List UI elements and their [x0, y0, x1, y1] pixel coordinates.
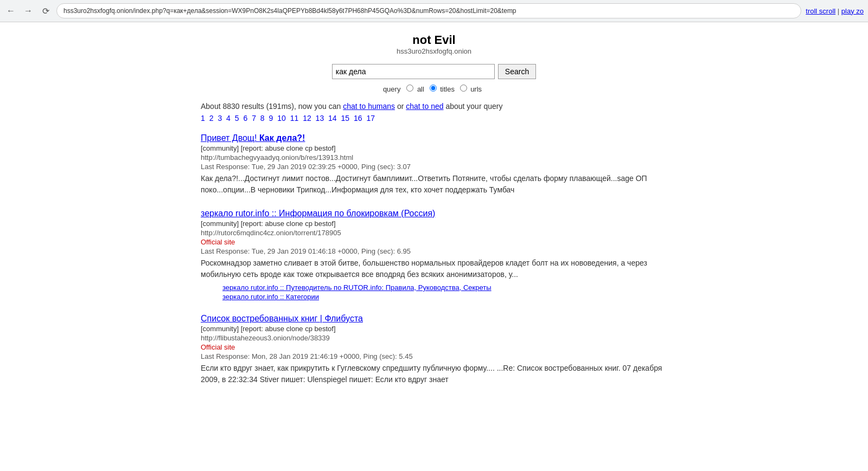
option-all-text: all [417, 85, 424, 93]
page-link-14[interactable]: 14 [328, 114, 337, 122]
result-item: зеркало rutor.info :: Информация по блок… [201, 209, 667, 301]
page-content: not Evil hss3uro2hsxfogfq.onion Search q… [190, 22, 678, 409]
option-titles-text: titles [440, 85, 455, 93]
page-link-10[interactable]: 10 [277, 114, 286, 122]
result-snippet: Как дела?!...Достигнут лимит постов...До… [201, 173, 667, 196]
result-ping: Last Response: Tue, 29 Jan 2019 02:39:25… [201, 163, 667, 171]
search-form: Search [332, 64, 536, 79]
results-suffix: about your query [444, 102, 503, 111]
result-title: Привет Двощ! Как дела?! [201, 133, 667, 143]
option-urls-radio[interactable] [460, 85, 467, 92]
result-item: Привет Двощ! Как дела?! [community] [rep… [201, 133, 667, 196]
page-link-16[interactable]: 16 [354, 114, 362, 122]
reload-button[interactable]: ⟳ [39, 4, 52, 17]
option-urls-label[interactable]: urls [460, 85, 482, 93]
page-link-13[interactable]: 13 [316, 114, 324, 122]
page-link-15[interactable]: 15 [341, 114, 350, 122]
page-link-11[interactable]: 11 [290, 114, 299, 122]
page-link-3[interactable]: 3 [218, 114, 222, 122]
page-link-7[interactable]: 7 [252, 114, 256, 122]
page-link-1[interactable]: 1 [201, 114, 205, 122]
result-title-link[interactable]: зеркало rutor.info :: Информация по блок… [201, 209, 435, 218]
sub-link-1[interactable]: зеркало rutor.info :: Путеводитель по RU… [222, 283, 667, 292]
browser-chrome: ← → ⟳ troll scroll | play zo [0, 0, 868, 22]
search-button[interactable]: Search [498, 64, 536, 79]
option-titles-radio[interactable] [430, 85, 437, 92]
search-options: query all titles urls [201, 85, 667, 93]
option-all-radio[interactable] [406, 85, 413, 92]
page-link-12[interactable]: 12 [303, 114, 311, 122]
forward-button[interactable]: → [22, 4, 35, 17]
result-title: зеркало rutor.info :: Информация по блок… [201, 209, 667, 218]
result-url: http://flibustahezeous3.onion/node/38339 [201, 334, 667, 342]
sub-link-2[interactable]: зеркало rutor.info :: Категории [222, 293, 667, 301]
play-zo-link[interactable]: play zo [841, 7, 864, 15]
chat-to-humans-link[interactable]: chat to humans [343, 102, 395, 111]
chat-to-ned-link[interactable]: chat to ned [406, 102, 443, 111]
result-title-link[interactable]: Привет Двощ! Как дела?! [201, 133, 305, 143]
result-url: http://tumbachegvyaadyq.onion/b/res/1391… [201, 153, 667, 162]
results-info: About 8830 results (191ms), now you can … [201, 102, 667, 111]
page-link-4[interactable]: 4 [226, 114, 231, 122]
result-meta: [community] [report: abuse clone cp best… [201, 325, 667, 333]
or-text: or [395, 102, 406, 111]
option-urls-text: urls [470, 85, 482, 93]
troll-scroll-link[interactable]: troll scroll [806, 7, 835, 15]
result-snippet: Роскомнадзор заметно сливает в этой битв… [201, 257, 667, 280]
query-label: query [383, 85, 401, 93]
page-link-9[interactable]: 9 [269, 114, 273, 122]
sub-links: зеркало rutor.info :: Путеводитель по RU… [222, 283, 667, 301]
nav-bar: ← → ⟳ troll scroll | play zo [0, 0, 868, 22]
option-titles-label[interactable]: titles [430, 85, 457, 93]
result-meta: [community] [report: abuse clone cp best… [201, 144, 667, 152]
page-link-6[interactable]: 6 [243, 114, 247, 122]
search-area: Search [201, 64, 667, 79]
result-ping: Last Response: Mon, 28 Jan 2019 21:46:19… [201, 352, 667, 360]
result-meta: [community] [report: abuse clone cp best… [201, 220, 667, 228]
result-title-link[interactable]: Список востребованных книг | Флибуста [201, 314, 363, 323]
site-header: not Evil hss3uro2hsxfogfq.onion [201, 33, 667, 55]
result-url: http://rutorc6mqdinc4cz.onion/torrent/17… [201, 229, 667, 237]
site-subtitle: hss3uro2hsxfogfq.onion [201, 47, 667, 55]
top-right-links: troll scroll | play zo [806, 7, 864, 15]
option-all-label[interactable]: all [406, 85, 426, 93]
page-link-8[interactable]: 8 [260, 114, 265, 122]
page-link-2[interactable]: 2 [209, 114, 214, 122]
result-official: Official site [201, 238, 667, 246]
result-title: Список востребованных книг | Флибуста [201, 314, 667, 324]
back-button[interactable]: ← [4, 4, 17, 17]
result-official: Official site [201, 343, 667, 351]
address-bar[interactable] [56, 3, 801, 18]
site-title: not Evil [201, 33, 667, 47]
result-item: Список востребованных книг | Флибуста [c… [201, 314, 667, 385]
page-link-17[interactable]: 17 [366, 114, 375, 122]
pagination: 1 2 3 4 5 6 7 8 9 10 11 12 13 14 15 16 1… [201, 114, 667, 122]
search-input[interactable] [332, 64, 495, 79]
results-info-text: About 8830 results (191ms), now you can [201, 102, 343, 111]
result-snippet: Если кто вдруг знает, как прикрутить к Г… [201, 363, 667, 385]
page-link-5[interactable]: 5 [235, 114, 239, 122]
result-ping: Last Response: Tue, 29 Jan 2019 01:46:18… [201, 247, 667, 255]
